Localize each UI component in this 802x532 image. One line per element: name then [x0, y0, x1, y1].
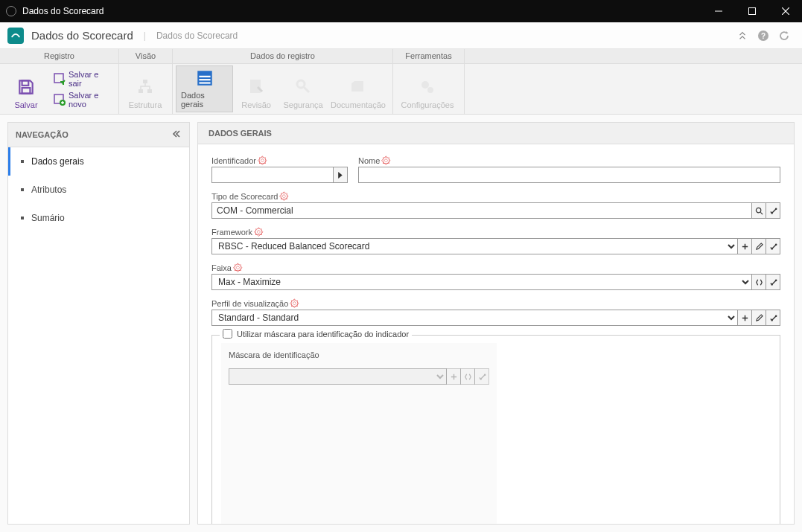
bullet-icon [21, 160, 24, 163]
sidebar-item-label: Sumário [31, 213, 65, 223]
generate-id-button[interactable] [333, 167, 348, 183]
svg-rect-6 [22, 80, 29, 86]
ribbon-tab-dados[interactable]: Dados do registro [173, 49, 393, 63]
fieldset-mascara-indicador: Utilizar máscara para identificação do i… [211, 335, 780, 524]
required-icon: ۞ [290, 301, 299, 307]
label-mascara-ident: Máscara de identificação [229, 350, 319, 359]
sidebar-item-atributos[interactable]: Atributos [8, 176, 189, 204]
input-tipo[interactable] [211, 202, 752, 219]
svg-rect-17 [199, 82, 210, 83]
required-icon: ۞ [381, 158, 391, 164]
ribbon-dados-gerais-label: Dados gerais [181, 91, 228, 109]
select-mascara-indicador [229, 368, 447, 385]
ribbon: Salvar Salvar e sair Salvar e novo Estru… [0, 64, 802, 115]
structure-icon [135, 77, 156, 97]
ribbon-salvar-sair[interactable]: Salvar e sair [54, 70, 111, 88]
svg-point-21 [427, 87, 433, 93]
svg-rect-11 [143, 80, 147, 83]
save-new-icon [54, 94, 66, 106]
ribbon-tab-visao[interactable]: Visão [119, 49, 173, 63]
search-button [460, 368, 475, 385]
close-button[interactable] [768, 0, 802, 22]
ribbon-salvar-label: Salvar [14, 100, 37, 109]
ribbon-seguranca[interactable]: Segurança [279, 65, 327, 112]
divider: | [144, 31, 146, 41]
svg-rect-15 [199, 76, 210, 77]
edit-button[interactable] [751, 238, 766, 254]
label-perfil: Perfil de visualização [211, 299, 288, 308]
search-button[interactable] [751, 274, 766, 290]
bullet-icon [21, 217, 24, 219]
input-identificador[interactable] [211, 167, 334, 183]
svg-rect-18 [250, 80, 261, 93]
sidebar-item-label: Dados gerais [31, 156, 84, 167]
edit-button[interactable] [751, 310, 766, 326]
select-faixa[interactable]: Max - Maximize [211, 274, 752, 290]
expand-icon[interactable] [732, 25, 753, 46]
ribbon-salvar-novo[interactable]: Salvar e novo [54, 91, 111, 109]
collapse-icon[interactable] [171, 129, 182, 141]
window-titlebar: Dados do Scorecard [0, 0, 802, 22]
header-bar: Dados do Scorecard | Dados do Scorecard … [0, 22, 802, 49]
svg-rect-7 [22, 88, 31, 94]
svg-point-25 [774, 243, 777, 246]
clear-button[interactable] [766, 238, 780, 254]
label-identificador: Identificador [211, 156, 256, 165]
sidebar-item-dados-gerais[interactable]: Dados gerais [8, 147, 189, 176]
svg-point-28 [483, 374, 486, 376]
required-icon: ۞ [258, 158, 267, 164]
svg-rect-12 [139, 89, 143, 93]
security-icon [293, 77, 314, 97]
ribbon-seguranca-label: Segurança [283, 100, 322, 109]
svg-point-22 [756, 208, 760, 212]
svg-point-27 [774, 315, 777, 317]
add-button [446, 368, 461, 385]
search-button[interactable] [751, 202, 766, 219]
ribbon-config-label: Configurações [401, 100, 454, 109]
sidebar-title: NAVEGAÇÃO [16, 130, 69, 139]
maximize-button[interactable] [735, 0, 768, 22]
clear-button[interactable] [766, 202, 780, 219]
label-tipo: Tipo de Scorecard [211, 192, 278, 201]
ribbon-tab-ferramentas[interactable]: Ferramentas [393, 49, 465, 63]
add-button[interactable] [737, 238, 752, 254]
window-title: Dados do Scorecard [22, 6, 701, 16]
ribbon-estrutura-label: Estrutura [129, 100, 162, 109]
svg-point-20 [421, 81, 429, 89]
ribbon-salvar-novo-label: Salvar e novo [69, 91, 111, 109]
ribbon-estrutura[interactable]: Estrutura [122, 65, 168, 112]
label-faixa: Faixa [211, 263, 232, 272]
checkbox-mascara-indicador[interactable] [223, 329, 232, 339]
clear-button[interactable] [766, 274, 780, 290]
ribbon-documentacao[interactable]: Documentação [327, 65, 389, 112]
ribbon-documentacao-label: Documentação [331, 100, 386, 109]
ribbon-config[interactable]: Configurações [396, 65, 459, 112]
page-title: Dados do Scorecard [31, 29, 133, 42]
refresh-icon[interactable] [774, 25, 795, 46]
ribbon-salvar[interactable]: Salvar [3, 65, 49, 112]
clear-button[interactable] [766, 310, 780, 326]
select-perfil[interactable]: Standard - Standard [211, 310, 738, 326]
svg-point-26 [774, 279, 777, 281]
label-nome: Nome [358, 156, 380, 165]
gear-icon [417, 77, 438, 97]
select-framework[interactable]: RBSC - Reduced Balanced Scorecard [211, 238, 738, 254]
minimize-button[interactable] [701, 0, 735, 22]
svg-point-24 [774, 208, 777, 210]
general-data-icon [194, 68, 215, 88]
ribbon-revisao[interactable]: Revisão [233, 65, 279, 112]
required-icon: ۞ [254, 229, 264, 235]
sidebar-item-sumario[interactable]: Sumário [8, 204, 189, 232]
input-nome[interactable] [358, 167, 780, 183]
ribbon-salvar-sair-label: Salvar e sair [69, 70, 111, 88]
svg-text:?: ? [761, 32, 766, 40]
ribbon-tab-registro[interactable]: Registro [0, 49, 119, 63]
save-exit-icon [54, 73, 66, 85]
add-button[interactable] [737, 310, 752, 326]
ribbon-dados-gerais[interactable]: Dados gerais [176, 65, 233, 112]
ribbon-tabs: Registro Visão Dados do registro Ferrame… [0, 49, 802, 64]
help-icon[interactable]: ? [753, 25, 774, 46]
clear-button [474, 368, 489, 385]
app-logo [7, 28, 24, 44]
review-icon [246, 77, 267, 97]
